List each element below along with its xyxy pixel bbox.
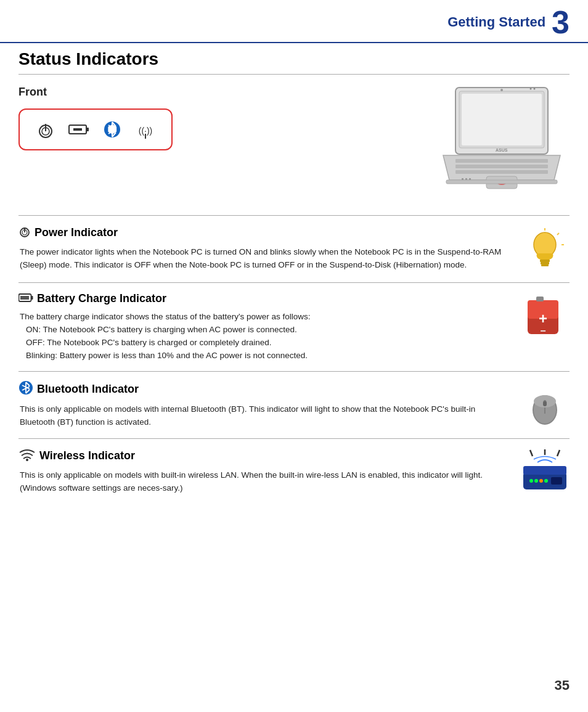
bluetooth-heading: Bluetooth Indicator (18, 380, 508, 398)
svg-rect-30 (469, 178, 471, 180)
svg-rect-35 (540, 260, 550, 262)
svg-line-65 (557, 450, 560, 456)
laptop-image: ASUS (434, 80, 570, 203)
battery-title: Battery Charge Indicator (37, 292, 166, 305)
svg-rect-72 (551, 477, 562, 485)
svg-rect-27 (446, 180, 557, 184)
bluetooth-section-icon (18, 380, 33, 398)
wireless-title: Wireless Indicator (39, 449, 135, 462)
main-content: Status Indicators Front (0, 49, 588, 505)
svg-rect-17 (462, 94, 542, 145)
battery-off: OFF: The Notebook PC's battery is charge… (26, 337, 508, 350)
svg-rect-29 (465, 178, 467, 180)
battery-intro: The battery charge indicator shows the s… (20, 311, 508, 324)
svg-text:ASUS: ASUS (496, 148, 508, 152)
power-image (520, 224, 570, 274)
battery-indicator-section: Battery Charge Indicator The battery cha… (18, 282, 570, 371)
page-number: 35 (555, 677, 570, 694)
battery-heading: Battery Charge Indicator (18, 292, 508, 306)
wireless-text-area: Wireless Indicator This is only applicab… (18, 448, 520, 495)
svg-rect-42 (31, 296, 33, 300)
svg-rect-22 (455, 165, 548, 168)
svg-rect-28 (462, 178, 463, 180)
svg-rect-36 (541, 262, 549, 264)
svg-point-68 (529, 479, 533, 483)
svg-rect-37 (541, 264, 549, 266)
page-header: Getting Started 3 (0, 0, 588, 43)
indicator-icons-box: ⬢ ((·)) (18, 108, 173, 150)
power-section-icon (18, 224, 31, 241)
front-heading: Front (18, 86, 422, 99)
wireless-heading: Wireless Indicator (18, 448, 508, 464)
page-title: Status Indicators (18, 49, 570, 75)
wireless-body: This is only applicable on models with b… (20, 469, 508, 495)
svg-rect-67 (523, 466, 566, 475)
chapter-title: Getting Started (447, 14, 545, 30)
power-indicator-section: Power Indicator The power indicator ligh… (18, 215, 570, 282)
bluetooth-title: Bluetooth Indicator (37, 383, 139, 396)
power-body: The power indicator lights when the Note… (20, 246, 508, 272)
svg-line-63 (530, 450, 533, 456)
battery-body: The battery charge indicator shows the s… (20, 311, 508, 362)
battery-section-icon (18, 292, 33, 306)
battery-text-area: Battery Charge Indicator The battery cha… (18, 292, 520, 362)
power-heading: Power Indicator (18, 224, 508, 241)
battery-on: ON: The Notebook PC's battery is chargin… (26, 324, 508, 337)
wireless-image (520, 448, 570, 497)
wireless-indicator-section: Wireless Indicator This is only applicab… (18, 438, 570, 505)
svg-point-69 (534, 479, 538, 483)
svg-point-18 (500, 89, 503, 91)
bluetooth-icon: ⬢ (101, 118, 123, 141)
power-text-area: Power Indicator The power indicator ligh… (18, 224, 520, 272)
svg-rect-60 (543, 401, 547, 406)
power-title: Power Indicator (35, 226, 118, 239)
power-icon (35, 118, 57, 141)
svg-point-20 (534, 88, 536, 90)
svg-rect-46 (536, 297, 544, 301)
chapter-number: 3 (552, 6, 570, 38)
svg-point-19 (530, 88, 532, 90)
svg-text:−: − (540, 325, 545, 336)
bluetooth-body: This is only applicable on models with i… (20, 403, 508, 429)
svg-text:+: + (539, 310, 547, 327)
svg-point-71 (544, 479, 548, 483)
bluetooth-image (520, 380, 570, 430)
svg-rect-4 (86, 128, 89, 131)
svg-rect-43 (20, 296, 29, 300)
front-section: Front (18, 86, 570, 203)
battery-blinking: Blinking: Battery power is less than 10%… (26, 350, 508, 362)
wireless-section-icon (18, 448, 36, 464)
bluetooth-text-area: Bluetooth Indicator This is only applica… (18, 380, 520, 429)
svg-rect-23 (455, 170, 548, 174)
battery-charge-icon (68, 118, 90, 141)
svg-rect-21 (455, 159, 548, 163)
bluetooth-indicator-section: Bluetooth Indicator This is only applica… (18, 371, 570, 438)
svg-line-39 (557, 233, 559, 235)
wireless-indicator-icon: ((·)) (134, 118, 157, 141)
front-left: Front (18, 86, 422, 150)
battery-image: + − (520, 292, 570, 341)
svg-point-70 (539, 479, 543, 483)
